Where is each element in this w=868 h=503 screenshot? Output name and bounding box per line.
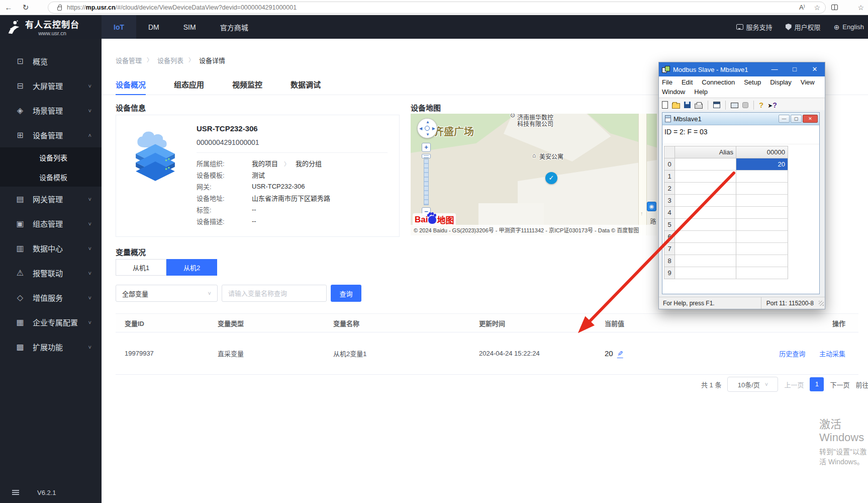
menu-file[interactable]: File <box>662 78 672 86</box>
minimize-button[interactable]: — <box>764 62 785 76</box>
new-file-icon[interactable] <box>662 101 668 109</box>
tab-slave1[interactable]: 从机1 <box>116 259 166 276</box>
sidebar-item-enterprise[interactable]: ▦企业专属配置˅ <box>0 310 102 334</box>
modbus-slave-window[interactable]: Modbus Slave - Mbslave1 — □ ✕ File Edit … <box>658 62 825 309</box>
lock-icon[interactable] <box>57 7 62 11</box>
help-icon[interactable]: ? <box>759 101 763 109</box>
menu-window[interactable]: Window <box>662 88 685 96</box>
alias-cell[interactable] <box>675 255 736 267</box>
value-cell[interactable]: 20 <box>736 158 788 171</box>
pan-down-icon[interactable]: ▼ <box>426 132 430 137</box>
alias-cell[interactable] <box>675 171 736 183</box>
child-minimize-button[interactable]: — <box>779 115 790 123</box>
page-1-button[interactable]: 1 <box>810 377 824 391</box>
active-collect-link[interactable]: 主动采集 <box>819 350 845 358</box>
value-cell[interactable] <box>736 207 788 219</box>
breadcrumb-device-list[interactable]: 设备列表 <box>157 55 183 65</box>
value-cell[interactable] <box>736 231 788 243</box>
usr-cloud-logo[interactable]: 有人云控制台 www.usr.cn <box>0 18 102 36</box>
menu-edit[interactable]: Edit <box>682 78 693 86</box>
page-size-select[interactable]: 10条/页˅ <box>727 377 778 392</box>
value-cell[interactable] <box>736 267 788 279</box>
zoom-in-button[interactable]: + <box>422 143 431 152</box>
address-bar[interactable]: https://mp.usr.cn/#/cloud/device/ViewDev… <box>48 2 826 14</box>
sidebar-item-gateway[interactable]: ▤网关管理˅ <box>0 187 102 211</box>
map-pan-control[interactable]: ▲ ▼ ◀ ▶ <box>417 118 437 138</box>
alias-cell[interactable] <box>675 243 736 255</box>
sidebar-item-vas[interactable]: ◇增值服务˅ <box>0 285 102 310</box>
collapse-sidebar-icon[interactable] <box>12 489 19 496</box>
sidebar-item-data-center[interactable]: ▥数据中心˅ <box>0 236 102 261</box>
favorites-bar-icon[interactable]: ☆ <box>857 4 864 12</box>
menu-connection[interactable]: Connection <box>702 78 735 86</box>
sidebar-item-bigscreen[interactable]: ⊟大屏管理˅ <box>0 73 102 98</box>
tab-scada-app[interactable]: 组态应用 <box>174 73 204 95</box>
sidebar-item-device-list[interactable]: 设备列表 <box>0 147 102 167</box>
value-cell[interactable] <box>736 255 788 267</box>
sidebar-item-extensions[interactable]: ▩扩展功能˅ <box>0 334 102 359</box>
menu-setup[interactable]: Setup <box>744 78 761 86</box>
language-link[interactable]: ⊕English <box>834 23 864 31</box>
nav-tab-sim[interactable]: SIM <box>171 15 208 39</box>
pan-up-icon[interactable]: ▲ <box>426 120 430 124</box>
permissions-link[interactable]: 用户权限 <box>786 22 821 32</box>
alias-cell[interactable] <box>675 195 736 207</box>
zoom-slider-handle[interactable] <box>422 154 431 158</box>
tab-data-debug[interactable]: 数据调试 <box>291 73 321 95</box>
tab-device-overview[interactable]: 设备概况 <box>116 73 146 95</box>
save-file-icon[interactable] <box>684 102 691 108</box>
sidebar-item-device-mgmt[interactable]: ⊞设备管理˄ <box>0 123 102 147</box>
variable-search-input[interactable] <box>222 285 327 302</box>
close-button[interactable]: ✕ <box>805 62 825 76</box>
baidu-logo[interactable]: Bai地图 <box>413 213 456 226</box>
tab-slave2[interactable]: 从机2 <box>166 259 217 276</box>
maximize-button[interactable]: □ <box>785 62 805 76</box>
value-cell[interactable] <box>736 183 788 195</box>
menu-display[interactable]: Display <box>770 78 792 86</box>
modbus-titlebar[interactable]: Modbus Slave - Mbslave1 — □ ✕ <box>659 62 825 76</box>
streetview-control-icon[interactable]: ◉ <box>647 202 656 211</box>
open-file-icon[interactable] <box>672 103 680 109</box>
prev-page-button[interactable]: 上一页 <box>784 380 804 389</box>
value-cell[interactable] <box>736 195 788 207</box>
tab-video-monitor[interactable]: 视频监控 <box>232 73 262 95</box>
query-button[interactable]: 查询 <box>331 285 361 302</box>
next-page-button[interactable]: 下一页 <box>830 380 849 389</box>
alias-cell[interactable] <box>675 219 736 231</box>
context-help-icon[interactable]: ➤? <box>767 101 777 109</box>
nav-tab-mall[interactable]: 官方商城 <box>208 15 260 39</box>
nav-tab-dm[interactable]: DM <box>136 15 171 39</box>
back-icon[interactable]: ← <box>0 3 17 12</box>
value-cell[interactable] <box>736 219 788 231</box>
mbslave1-child-window[interactable]: Mbslave1 — ▢ ✕ ID = 2: F = 03 Alias 0000… <box>662 112 820 294</box>
value-cell[interactable] <box>736 243 788 255</box>
breadcrumb-device-mgmt[interactable]: 设备管理 <box>116 55 142 65</box>
split-screen-icon[interactable] <box>831 5 838 10</box>
child-restore-button[interactable]: ▢ <box>791 115 802 123</box>
read-aloud-icon[interactable]: A) <box>799 4 805 11</box>
sidebar-item-scene[interactable]: ◈场景管理˅ <box>0 98 102 123</box>
menu-help[interactable]: Help <box>694 88 708 96</box>
disconnect-icon[interactable] <box>742 102 748 108</box>
nav-tab-iot[interactable]: IoT <box>102 15 136 39</box>
favorite-star-icon[interactable]: ☆ <box>814 4 820 12</box>
sidebar-item-scada[interactable]: ▣组态管理˅ <box>0 211 102 236</box>
resize-grip[interactable] <box>819 301 824 306</box>
alias-cell[interactable] <box>675 231 736 243</box>
child-titlebar[interactable]: Mbslave1 — ▢ ✕ <box>662 113 819 125</box>
pan-right-icon[interactable]: ▶ <box>432 126 435 131</box>
history-query-link[interactable]: 历史查询 <box>779 350 805 358</box>
child-close-button[interactable]: ✕ <box>803 115 818 123</box>
display-settings-icon[interactable] <box>713 102 720 108</box>
alias-cell[interactable] <box>675 207 736 219</box>
variable-type-select[interactable]: 全部变量 ˅ <box>116 285 218 302</box>
pan-center-icon[interactable] <box>425 126 430 131</box>
alias-cell[interactable] <box>675 183 736 195</box>
edit-value-icon[interactable]: ✎ <box>617 350 623 358</box>
sidebar-item-alarm[interactable]: ⚠报警联动˅ <box>0 261 102 285</box>
alias-column-header[interactable]: Alias <box>675 146 736 158</box>
device-map[interactable]: ↑ 颖秀路 齐盛广场 ⊙ 济南振华数控 科技有限公司 ⌂ 美安公寓 ✓ ▲ ▼ … <box>411 114 657 235</box>
alias-cell[interactable] <box>675 267 736 279</box>
refresh-icon[interactable]: ↻ <box>17 3 34 12</box>
value-cell[interactable] <box>736 171 788 183</box>
